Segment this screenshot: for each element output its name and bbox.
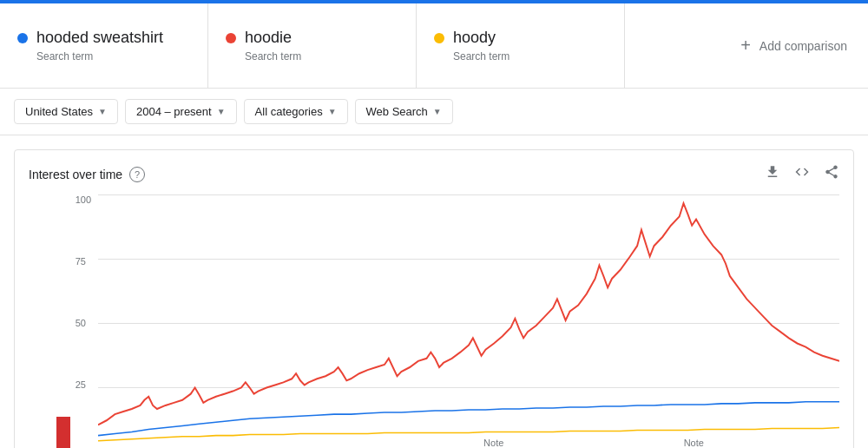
add-comparison-button[interactable]: + Add comparison [720,3,868,88]
add-comparison-label: Add comparison [760,39,847,53]
filter-region-label: United States [25,105,93,118]
interest-over-time-section: Interest over time ? Average [14,149,854,448]
filter-category[interactable]: All categories ▼ [244,99,348,124]
term-dot-hooded-sweatshirt [17,33,28,43]
chart-title: Interest over time [29,168,122,181]
y-label-75: 75 [76,256,91,267]
average-bar [56,417,70,448]
chart-container: Average 100 75 50 25 [29,194,839,448]
y-label-50: 50 [76,318,91,328]
term-dot-hoodie [226,33,236,43]
filter-time-label: 2004 – present [136,105,212,118]
y-label-0 [76,441,91,448]
plus-icon: + [740,36,751,56]
chevron-down-icon: ▼ [328,107,337,116]
chart-header: Interest over time ? [29,164,839,184]
term-type-hooded-sweatshirt: Search term [36,50,190,63]
term-name-hoody: hoody [453,29,496,47]
chart-title-area: Interest over time ? [29,167,145,182]
note-label-1: Note [483,438,503,448]
chevron-down-icon: ▼ [433,107,442,116]
download-button[interactable] [765,164,780,184]
search-term-hoody[interactable]: hoody Search term [417,3,625,88]
filter-region[interactable]: United States ▼ [14,99,118,124]
search-term-hoodie[interactable]: hoodie Search term [208,3,417,88]
y-label-100: 100 [76,194,91,205]
embed-button[interactable] [794,164,810,184]
chevron-down-icon: ▼ [98,107,107,116]
chart-svg [98,194,839,448]
note-label-2: Note [684,438,704,448]
filters-bar: United States ▼ 2004 – present ▼ All cat… [0,89,868,135]
chart-plot-area: Note Note 1 Jan 2004 1 Jan 2009 1 Jan 20… [98,194,839,448]
filter-time[interactable]: 2004 – present ▼ [125,99,237,124]
share-button[interactable] [824,164,839,184]
help-icon[interactable]: ? [129,167,145,182]
filter-category-label: All categories [255,105,323,118]
y-label-25: 25 [76,379,91,390]
term-name-hooded-sweatshirt: hooded sweatshirt [36,29,163,47]
filter-type-label: Web Search [366,105,428,118]
filter-type[interactable]: Web Search ▼ [355,99,453,124]
chevron-down-icon: ▼ [217,107,226,116]
term-type-hoodie: Search term [245,50,398,63]
search-term-hooded-sweatshirt[interactable]: hooded sweatshirt Search term [0,3,208,88]
term-dot-hoody [434,33,444,43]
term-name-hoodie: hoodie [245,29,292,47]
term-type-hoody: Search term [453,50,607,63]
chart-actions [765,164,839,184]
search-terms-bar: hooded sweatshirt Search term hoodie Sea… [0,3,868,89]
